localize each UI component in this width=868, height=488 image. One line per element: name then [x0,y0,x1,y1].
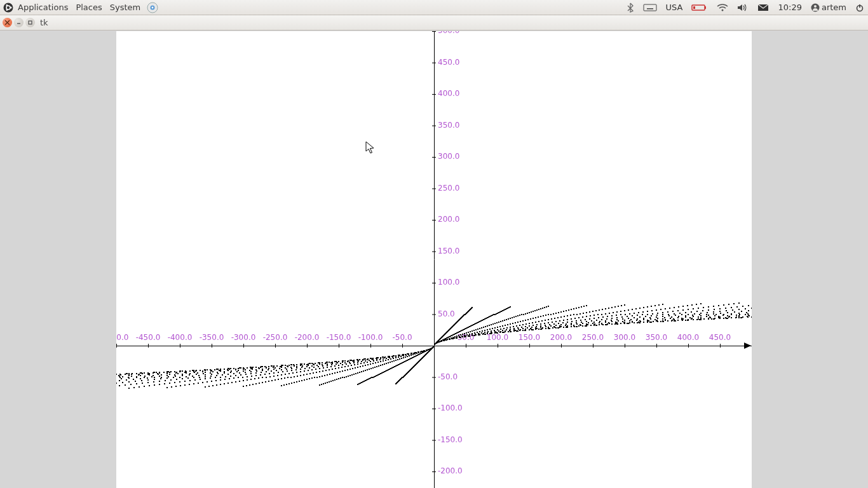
svg-rect-25 [29,21,32,24]
window-buttons [3,18,35,27]
svg-point-18 [722,9,724,11]
menu-places[interactable]: Places [72,3,105,12]
svg-rect-17 [693,6,695,9]
ubuntu-logo-icon[interactable] [3,2,14,13]
wifi-icon[interactable] [715,0,729,15]
user-menu[interactable]: artem [810,0,848,15]
svg-point-7 [152,6,154,8]
clock[interactable]: 10:29 [776,0,803,15]
svg-rect-8 [644,4,656,11]
mail-icon[interactable] [756,0,770,15]
svg-rect-16 [705,6,706,9]
svg-point-3 [6,4,8,6]
window-close-button[interactable] [3,18,12,27]
window-title: tk [40,18,48,27]
keyboard-icon[interactable] [642,0,658,15]
panel-right: USA 10:29 artem [625,0,865,15]
battery-icon[interactable] [690,0,709,15]
window-titlebar[interactable]: tk [0,15,868,30]
desktop-background [0,31,868,488]
svg-rect-14 [647,8,653,10]
svg-point-4 [6,9,8,11]
gnome-top-panel: Applications Places System USA 10:29 art [0,0,868,15]
menu-applications[interactable]: Applications [14,3,72,12]
window-maximize-button[interactable] [25,18,35,27]
svg-point-21 [814,5,817,8]
browser-app-icon[interactable] [147,2,158,13]
username-label: artem [822,3,846,12]
keyboard-layout-label[interactable]: USA [665,0,684,15]
plot-canvas[interactable] [116,31,752,488]
app-window-content [116,31,752,488]
power-icon[interactable] [854,0,865,15]
menu-system[interactable]: System [106,3,144,12]
svg-point-2 [10,6,12,8]
panel-left: Applications Places System [3,2,158,13]
volume-icon[interactable] [736,0,750,15]
bluetooth-icon[interactable] [625,0,635,15]
window-minimize-button[interactable] [14,18,24,27]
